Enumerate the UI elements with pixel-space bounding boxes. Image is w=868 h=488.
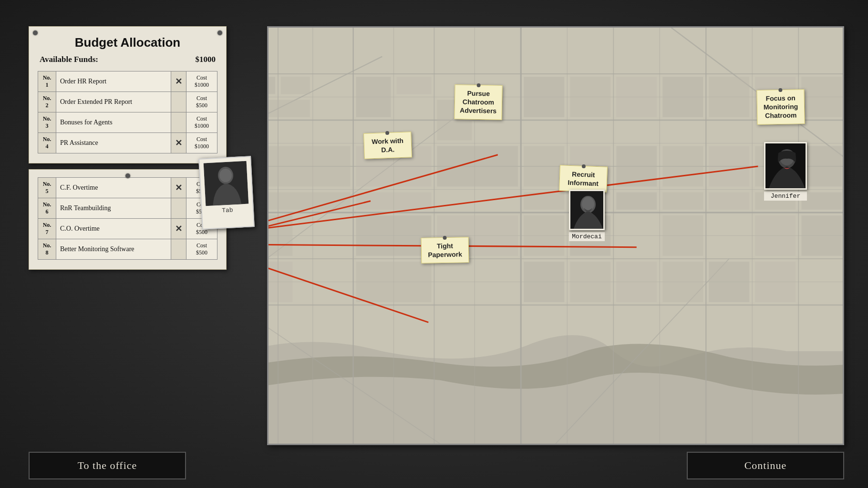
svg-rect-56 xyxy=(709,146,749,187)
svg-rect-35 xyxy=(269,77,275,94)
table-row: No. 1 Order HR Report ✕ Cost $1000 xyxy=(38,71,217,92)
tab-label: Tab xyxy=(206,206,249,215)
item-name: C.F. Overtime xyxy=(56,178,171,198)
item-no: No. 3 xyxy=(38,112,56,133)
note-pin-3 xyxy=(778,88,782,92)
item-cost: Cost $1000 xyxy=(186,71,217,92)
table-row: No. 4 PR Assistance ✕ Cost $1000 xyxy=(38,133,217,153)
item-name: C.O. Overtime xyxy=(56,219,171,239)
budget-table-bottom: No. 5 C.F. Overtime ✕ Cost $500 No. 6 Rn… xyxy=(38,177,217,260)
svg-rect-66 xyxy=(709,193,749,210)
item-cost: Cost $500 xyxy=(186,92,217,112)
item-x[interactable]: ✕ xyxy=(171,178,186,198)
svg-rect-68 xyxy=(801,193,842,210)
item-name: Better Monitoring Software xyxy=(56,239,171,260)
budget-title: Budget Allocation xyxy=(38,35,217,50)
tab-photo xyxy=(204,161,249,206)
item-x xyxy=(171,92,186,112)
svg-rect-75 xyxy=(662,215,703,256)
jennifer-card: Jennifer xyxy=(764,142,807,201)
svg-rect-81 xyxy=(524,262,564,302)
svg-rect-73 xyxy=(524,215,564,256)
item-cost: Cost $500 xyxy=(186,239,217,260)
svg-rect-60 xyxy=(269,193,351,210)
jennifer-photo xyxy=(764,142,807,190)
pin-tr xyxy=(217,30,222,35)
item-no: No. 1 xyxy=(38,71,56,92)
svg-rect-84 xyxy=(662,262,703,302)
svg-rect-71 xyxy=(356,215,432,256)
note-pin-5 xyxy=(443,236,446,240)
svg-rect-86 xyxy=(755,262,796,302)
mordecai-card: Mordecai xyxy=(569,190,605,241)
svg-rect-65 xyxy=(662,193,703,210)
mordecai-photo xyxy=(569,190,605,230)
svg-rect-70 xyxy=(269,215,292,256)
item-name: Bonuses for Agents xyxy=(56,112,171,133)
svg-rect-82 xyxy=(570,262,610,302)
svg-rect-54 xyxy=(616,146,657,187)
jennifer-name: Jennifer xyxy=(764,192,807,201)
available-funds-row: Available Funds: $1000 xyxy=(38,55,217,64)
note-pin-2 xyxy=(477,83,481,87)
item-no: No. 4 xyxy=(38,133,56,153)
note-recruit-informant: RecruitInformant xyxy=(559,165,608,193)
note-work-da-text: Work withD.A. xyxy=(372,137,403,154)
svg-rect-41 xyxy=(524,77,564,117)
item-x[interactable]: ✕ xyxy=(171,219,186,239)
svg-point-95 xyxy=(582,197,594,211)
svg-rect-36 xyxy=(281,77,310,94)
note-recruit-text: RecruitInformant xyxy=(568,170,599,187)
svg-rect-44 xyxy=(662,77,703,117)
budget-table-top: No. 1 Order HR Report ✕ Cost $1000 No. 2… xyxy=(38,71,217,153)
item-x xyxy=(171,198,186,219)
svg-rect-83 xyxy=(616,262,657,302)
svg-rect-85 xyxy=(709,262,749,302)
available-value: $1000 xyxy=(196,55,216,64)
pin-center xyxy=(125,173,130,178)
item-no: No. 6 xyxy=(38,198,56,219)
svg-rect-52 xyxy=(524,146,564,187)
to-office-button[interactable]: To the office xyxy=(29,452,186,479)
table-row: No. 7 C.O. Overtime ✕ Cost $500 xyxy=(38,219,217,239)
svg-rect-76 xyxy=(755,215,796,256)
item-x xyxy=(171,239,186,260)
svg-rect-80 xyxy=(356,262,432,302)
svg-rect-42 xyxy=(570,77,610,117)
table-row: No. 2 Order Extended PR Report Cost $500 xyxy=(38,92,217,112)
item-no: No. 8 xyxy=(38,239,56,260)
svg-rect-37 xyxy=(269,100,310,117)
item-x[interactable]: ✕ xyxy=(171,71,186,92)
budget-panel: Budget Allocation Available Funds: $1000… xyxy=(29,26,227,445)
svg-rect-79 xyxy=(269,262,292,302)
svg-rect-61 xyxy=(356,193,432,210)
item-cost: Cost $1000 xyxy=(186,133,217,153)
note-work-da: Work withD.A. xyxy=(363,132,412,159)
svg-rect-77 xyxy=(801,215,842,256)
svg-rect-64 xyxy=(616,193,657,210)
table-row: No. 8 Better Monitoring Software Cost $5… xyxy=(38,239,217,260)
item-no: No. 2 xyxy=(38,92,56,112)
item-no: No. 5 xyxy=(38,178,56,198)
available-label: Available Funds: xyxy=(40,55,98,64)
note-pin-4 xyxy=(582,164,586,168)
table-row: No. 6 RnR Teambuilding Cost $500 xyxy=(38,198,217,219)
item-name: Order Extended PR Report xyxy=(56,92,171,112)
item-cost: Cost $1000 xyxy=(186,112,217,133)
note-pursue-text: PursueChatroomAdvertisers xyxy=(460,90,496,115)
table-row: No. 3 Bonuses for Agents Cost $1000 xyxy=(38,112,217,133)
item-no: No. 7 xyxy=(38,219,56,239)
item-name: PR Assistance xyxy=(56,133,171,153)
svg-rect-45 xyxy=(709,77,749,117)
svg-rect-43 xyxy=(616,77,657,117)
pin-tl xyxy=(33,30,38,35)
continue-button[interactable]: Continue xyxy=(687,452,844,479)
svg-rect-39 xyxy=(397,77,432,94)
item-x[interactable]: ✕ xyxy=(171,133,186,153)
item-name: Order HR Report xyxy=(56,71,171,92)
budget-bottom-sheet: No. 5 C.F. Overtime ✕ Cost $500 No. 6 Rn… xyxy=(29,169,227,270)
map-panel: Work withD.A. PursueChatroomAdvertisers … xyxy=(267,26,844,445)
item-name: RnR Teambuilding xyxy=(56,198,171,219)
svg-rect-51 xyxy=(437,146,518,187)
budget-top-sheet: Budget Allocation Available Funds: $1000… xyxy=(29,26,227,163)
